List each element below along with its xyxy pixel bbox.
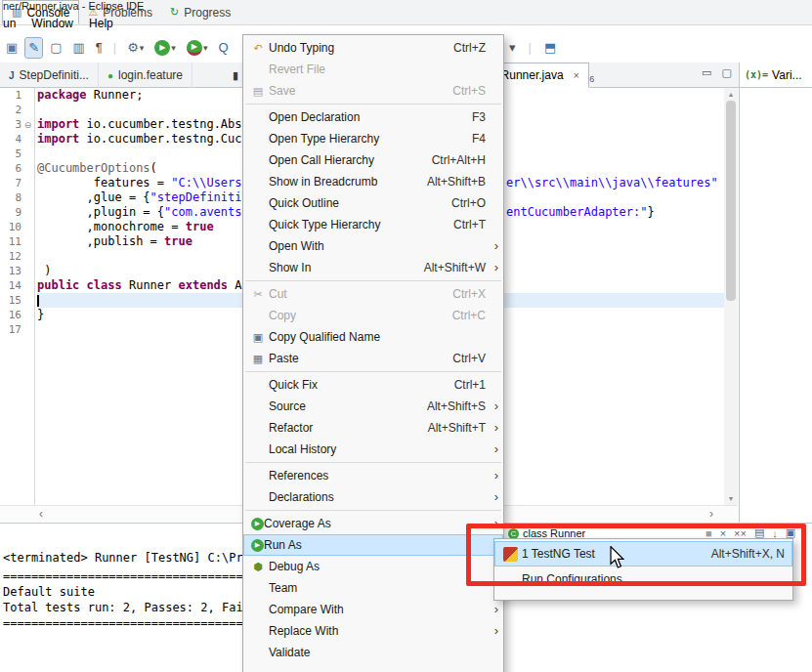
menu-item-compare-with[interactable]: Compare With› <box>243 599 503 620</box>
run-icon[interactable]: ▶▾ <box>151 38 179 58</box>
variables-view-tab[interactable]: (x)= Vari... <box>740 63 812 88</box>
gutter-line-2[interactable]: 2 <box>0 103 34 117</box>
menu-item-replace-with[interactable]: Replace With› <box>243 620 503 642</box>
scroll-lock-icon[interactable]: ↓ <box>772 527 778 539</box>
gutter-line-12[interactable]: 12 <box>0 249 34 264</box>
new-window-icon[interactable]: ▢ <box>47 38 64 58</box>
menu-item-label: Source <box>269 399 427 413</box>
submenu-item-run-configurations[interactable]: Run Configurations... <box>494 567 792 592</box>
menu-item-references[interactable]: References› <box>243 465 503 486</box>
dropdown-arrow-icon[interactable]: ▾ <box>171 43 176 53</box>
gutter-line-10[interactable]: 10 <box>0 220 34 234</box>
menu-item-cut: ✂CutCtrl+X <box>243 283 503 305</box>
gutter-line-17[interactable]: 17 <box>0 322 34 337</box>
scroll-left-icon[interactable]: ‹ <box>39 507 43 521</box>
menu-item-source[interactable]: SourceAlt+Shift+S› <box>243 396 503 417</box>
external-tools-icon[interactable]: ⚙▾ <box>124 38 147 58</box>
menu-item-label: Quick Fix <box>269 378 454 392</box>
close-tab-icon[interactable]: × <box>574 69 579 81</box>
coverage-icon-glyph: ▶ <box>187 40 202 56</box>
menu-item-undo-typing[interactable]: ↶Undo TypingCtrl+Z <box>243 37 503 59</box>
remove-all-launches-icon[interactable]: ×× <box>734 527 747 539</box>
gutter-line-3[interactable]: 3⊖ <box>0 117 34 132</box>
editor-gutter[interactable]: 123⊖4567891011121314151617 <box>0 88 35 505</box>
menubar-item-window[interactable]: Window <box>23 14 81 33</box>
menu-item-open-declaration[interactable]: Open DeclarationF3 <box>243 106 503 128</box>
menu-item-label: Declarations <box>269 490 486 504</box>
gutter-line-15[interactable]: 15 <box>0 293 34 308</box>
perspective-icon[interactable]: ▣ <box>3 38 21 58</box>
vertical-scroll-thumb[interactable] <box>726 101 736 301</box>
remove-launch-icon[interactable]: × <box>720 527 726 539</box>
menu-item-revert-file: Revert File <box>243 59 503 80</box>
line-number: 1 <box>0 89 21 102</box>
vertical-sash[interactable] <box>739 63 740 523</box>
open-element-icon[interactable]: ⬒ <box>541 38 559 58</box>
menu-item-open-with[interactable]: Open With› <box>243 235 503 257</box>
menu-item-show-in-breadcrumb[interactable]: Show in BreadcrumbAlt+Shift+B <box>243 171 503 192</box>
menu-item-refactor[interactable]: RefactorAlt+Shift+T› <box>243 417 503 439</box>
code-token: import <box>37 117 79 131</box>
menu-item-label: Coverage As <box>264 517 486 530</box>
menu-item-quick-fix[interactable]: Quick FixCtrl+1 <box>243 374 503 396</box>
show-view-icon[interactable]: ▥ <box>70 38 88 58</box>
gutter-line-4[interactable]: 4 <box>0 132 34 147</box>
menu-item-declarations[interactable]: Declarations› <box>243 486 503 508</box>
terminate-icon[interactable]: ■ <box>705 527 712 539</box>
editor-vertical-scrollbar[interactable]: ▴ ▾ <box>724 88 738 505</box>
scroll-up-icon[interactable]: ▴ <box>724 90 738 99</box>
undo-icon: ↶ <box>247 42 269 55</box>
gutter-line-7[interactable]: 7 <box>0 176 34 190</box>
gutter-line-13[interactable]: 13 <box>0 264 34 278</box>
menu-shortcut: Ctrl+V <box>452 352 486 365</box>
menu-item-quick-outline[interactable]: Quick OutlineCtrl+O <box>243 192 503 214</box>
paste-icon: ▦ <box>247 353 269 365</box>
menu-item-paste[interactable]: ▦PasteCtrl+V <box>243 348 503 369</box>
code-token: ,monochrome = <box>37 220 186 233</box>
dropdown-arrow-icon[interactable]: ▾ <box>203 43 208 53</box>
gutter-line-11[interactable]: 11 <box>0 234 34 249</box>
variables-icon: (x)= <box>745 69 768 80</box>
minimize-view-icon[interactable]: ▭ <box>702 66 711 79</box>
gutter-line-5[interactable]: 5 <box>0 147 34 161</box>
menu-shortcut: Alt+Shift+B <box>427 175 486 189</box>
line-number: 4 <box>0 133 21 146</box>
tab-login-feature[interactable]: ●login.feature <box>99 63 192 88</box>
dropdown-arrow-icon[interactable]: ▾ <box>140 43 145 53</box>
menu-item-coverage-as[interactable]: ▶Coverage As› <box>243 513 503 534</box>
scroll-right-icon[interactable]: › <box>709 507 713 521</box>
pilcrow-icon[interactable]: ¶ <box>93 38 106 58</box>
gutter-line-16[interactable]: 16 <box>0 308 34 322</box>
menubar-item-un[interactable]: un <box>0 14 23 33</box>
maximize-view-icon[interactable]: ▢ <box>721 66 731 79</box>
gutter-line-8[interactable]: 8 <box>0 190 34 205</box>
gutter-line-6[interactable]: 6 <box>0 161 34 176</box>
dropdown-arrow-icon[interactable]: ▾ <box>506 38 519 58</box>
line-number: 16 <box>0 309 21 321</box>
coverage-icon[interactable]: ▶▾ <box>184 38 211 58</box>
gutter-line-9[interactable]: 9 <box>0 205 34 220</box>
menu-item-local-history[interactable]: Local History› <box>243 439 503 460</box>
submenu-arrow-icon: › <box>486 400 498 412</box>
search-icon[interactable]: Q <box>215 38 231 58</box>
menu-item-open-type-hierarchy[interactable]: Open Type HierarchyF4 <box>243 128 503 149</box>
gutter-line-1[interactable]: 1 <box>0 88 34 103</box>
menu-item-show-in[interactable]: Show InAlt+Shift+W› <box>243 257 503 278</box>
menu-item-label: Open Type Hierarchy <box>269 132 472 146</box>
menu-item-team[interactable]: Team› <box>243 577 503 599</box>
menu-item-copy-qualified-name[interactable]: ▣Copy Qualified Name <box>243 326 503 348</box>
line-number: 14 <box>0 279 21 292</box>
menu-item-open-call-hierarchy[interactable]: Open Call HierarchyCtrl+Alt+H <box>243 149 503 171</box>
menu-item-validate[interactable]: Validate <box>243 642 503 663</box>
toolbar-separator: | <box>526 38 534 58</box>
fold-collapse-icon[interactable]: ⊖ <box>21 120 34 130</box>
menu-item-quick-type-hierarchy[interactable]: Quick Type HierarchyCtrl+T <box>243 214 503 235</box>
annotation-pen-icon[interactable]: ✎ <box>25 38 42 58</box>
gutter-line-14[interactable]: 14 <box>0 278 34 293</box>
scroll-down-icon[interactable]: ▾ <box>724 494 738 503</box>
menu-item-run-as[interactable]: ▶Run As› <box>243 534 503 556</box>
menubar-item-help[interactable]: Help <box>81 14 121 33</box>
submenu-item-1-testng-test[interactable]: 1 TestNG TestAlt+Shift+X, N <box>494 541 792 567</box>
menu-item-debug-as[interactable]: ⬢Debug As› <box>243 556 503 577</box>
tab-stepdefiniti[interactable]: JStepDefiniti... <box>0 63 99 88</box>
